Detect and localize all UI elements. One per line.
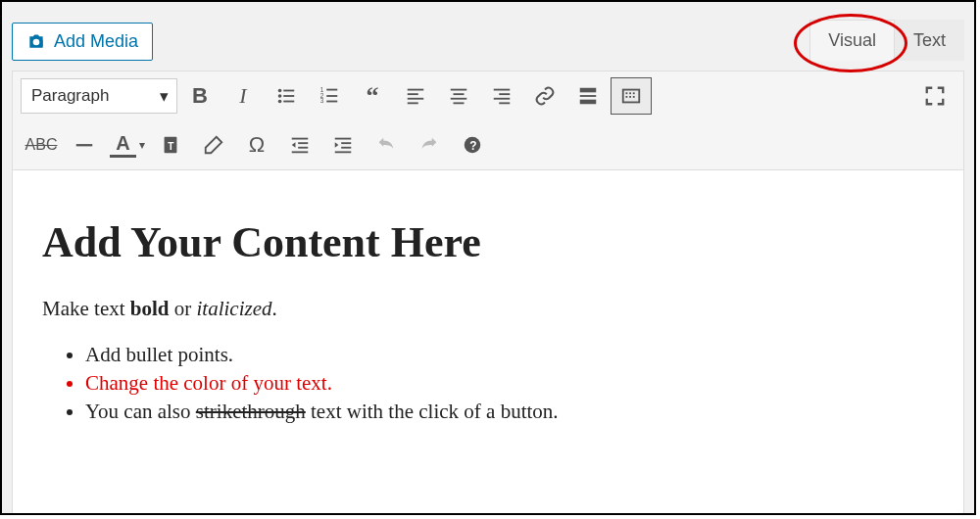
svg-rect-20	[454, 102, 465, 104]
svg-rect-29	[626, 92, 628, 94]
editor-content[interactable]: Add Your Content Here Make text bold or …	[12, 170, 964, 514]
svg-rect-21	[494, 89, 511, 91]
editor-frame: Add Media Visual Text Paragraph ▾ B I 12…	[0, 0, 976, 515]
align-left-button[interactable]	[395, 77, 436, 115]
svg-rect-24	[499, 102, 510, 104]
add-media-button[interactable]: Add Media	[12, 23, 153, 61]
svg-rect-39	[298, 142, 308, 144]
toolbar-toggle-button[interactable]	[611, 77, 652, 115]
numbered-list-button[interactable]: 123	[309, 77, 350, 115]
fullscreen-icon	[924, 85, 946, 107]
svg-rect-30	[629, 92, 631, 94]
paste-text-button[interactable]: T	[150, 126, 191, 164]
clipboard-t-icon: T	[160, 134, 181, 156]
bullet-list-button[interactable]	[266, 77, 307, 115]
text-color-icon: A	[110, 133, 135, 158]
svg-point-1	[278, 89, 282, 93]
svg-rect-34	[633, 96, 635, 98]
tab-text[interactable]: Text	[895, 20, 964, 61]
align-center-icon	[448, 85, 469, 107]
svg-rect-32	[626, 96, 628, 98]
svg-rect-42	[335, 138, 352, 140]
chevron-down-icon: ▾	[160, 86, 169, 107]
svg-text:?: ?	[469, 139, 476, 153]
svg-rect-17	[451, 89, 467, 91]
svg-rect-19	[451, 98, 467, 100]
align-center-button[interactable]	[438, 77, 479, 115]
eraser-icon	[203, 134, 224, 156]
svg-point-2	[278, 94, 282, 98]
toolbar-row-1: Paragraph ▾ B I 123 “	[13, 71, 963, 120]
align-right-icon	[491, 85, 513, 107]
text-span: text with the click of a button.	[306, 400, 559, 423]
content-heading: Add Your Content Here	[42, 217, 934, 267]
indent-icon	[332, 134, 354, 156]
numbered-list-icon: 123	[318, 85, 340, 107]
keyboard-icon	[620, 85, 642, 107]
indent-button[interactable]	[322, 126, 364, 164]
list-item: You can also strikethrough text with the…	[85, 400, 934, 424]
help-icon: ?	[462, 134, 483, 156]
horizontal-rule-button[interactable]	[64, 126, 105, 164]
list-item: Change the color of your text.	[85, 371, 934, 396]
svg-rect-5	[283, 95, 294, 97]
list-item: Add bullet points.	[85, 343, 934, 367]
svg-text:3: 3	[320, 97, 324, 104]
svg-rect-43	[341, 142, 351, 144]
svg-rect-16	[408, 102, 418, 104]
svg-rect-11	[326, 95, 337, 97]
editor-tabs: Visual Text	[809, 20, 964, 61]
svg-rect-14	[408, 93, 418, 95]
help-button[interactable]: ?	[452, 126, 493, 164]
undo-button[interactable]	[366, 126, 407, 164]
strikethrough-button[interactable]: ABC	[21, 126, 62, 164]
svg-rect-26	[580, 95, 597, 97]
redo-icon	[418, 134, 440, 156]
format-select[interactable]: Paragraph ▾	[21, 78, 177, 114]
svg-rect-40	[298, 147, 308, 149]
svg-rect-15	[408, 98, 424, 100]
content-paragraph: Make text bold or italicized.	[42, 297, 934, 321]
svg-rect-38	[292, 138, 309, 140]
text-color-button[interactable]: A▾	[107, 126, 148, 164]
blockquote-button[interactable]: “	[352, 77, 393, 115]
svg-rect-31	[633, 92, 635, 94]
undo-icon	[375, 134, 397, 156]
italic-button[interactable]: I	[222, 77, 264, 115]
link-button[interactable]	[524, 77, 565, 115]
bold-button[interactable]: B	[179, 77, 220, 115]
redo-button[interactable]	[409, 126, 450, 164]
svg-rect-4	[283, 90, 294, 92]
svg-rect-10	[326, 89, 337, 91]
svg-rect-25	[580, 88, 597, 93]
format-select-label: Paragraph	[31, 86, 109, 106]
svg-rect-27	[580, 100, 597, 105]
hr-icon	[74, 134, 95, 156]
special-character-button[interactable]: Ω	[236, 126, 277, 164]
fullscreen-button[interactable]	[914, 77, 956, 115]
tab-visual[interactable]: Visual	[809, 20, 895, 61]
link-icon	[534, 85, 556, 107]
bold-text: bold	[130, 297, 170, 320]
clear-formatting-button[interactable]	[193, 126, 234, 164]
add-media-label: Add Media	[54, 31, 138, 52]
svg-rect-12	[326, 101, 337, 103]
svg-rect-45	[335, 151, 352, 153]
svg-text:T: T	[168, 141, 174, 152]
toolbar: Paragraph ▾ B I 123 “ ABC A▾ T Ω	[12, 71, 964, 170]
camera-music-icon	[26, 32, 46, 52]
svg-rect-33	[629, 96, 631, 98]
outdent-button[interactable]	[279, 126, 320, 164]
bullet-list-icon	[275, 85, 297, 107]
chevron-down-icon: ▾	[139, 138, 145, 152]
top-bar: Add Media Visual Text	[2, 2, 974, 61]
svg-point-3	[278, 100, 282, 104]
svg-rect-18	[454, 93, 465, 95]
outdent-icon	[289, 134, 311, 156]
strike-text: strikethrough	[196, 400, 306, 423]
svg-rect-13	[408, 89, 424, 91]
svg-rect-44	[341, 147, 351, 149]
read-more-button[interactable]	[567, 77, 609, 115]
toolbar-row-2: ABC A▾ T Ω ?	[13, 120, 963, 169]
align-right-button[interactable]	[481, 77, 522, 115]
